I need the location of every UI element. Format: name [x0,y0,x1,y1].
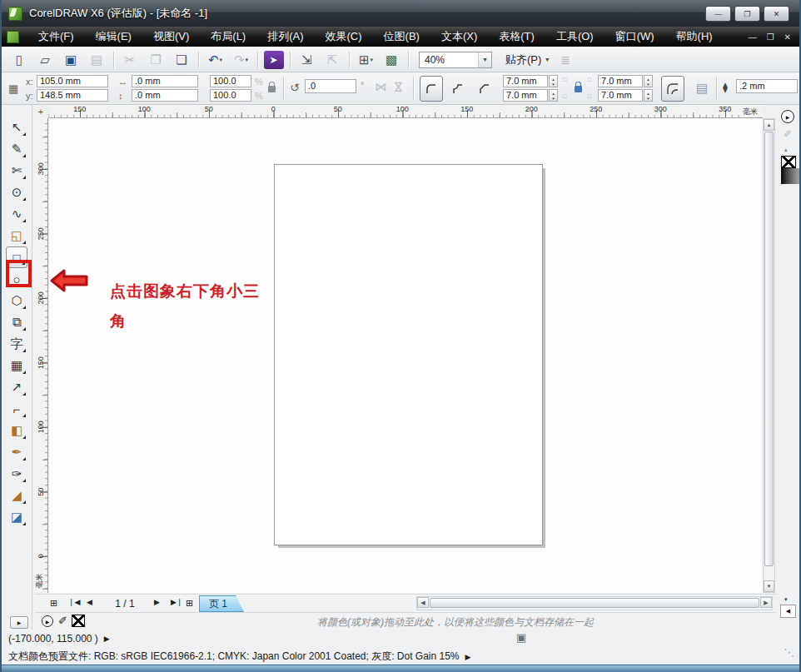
corner-radius-br-field[interactable]: 7.0 mm [598,89,643,102]
last-page-button[interactable]: ▶❘ [171,598,182,606]
new-document-button[interactable]: ▯ [7,50,32,70]
scroll-right-icon[interactable]: ▶ [760,597,772,608]
print-button[interactable]: ▤ [84,50,110,70]
corner-lock-icon[interactable] [575,86,582,92]
object-width-field[interactable]: .0 mm [132,75,198,87]
open-button[interactable]: ▱ [32,50,58,70]
vertical-scrollbar[interactable]: ▴ ▾ [763,118,775,593]
dimension-tool[interactable]: ↗ [6,376,27,398]
cut-button[interactable]: ✂ [117,50,143,70]
status-object-icon[interactable]: ▣ [516,631,526,644]
chamfered-corner-button[interactable] [473,76,496,102]
zoom-tool[interactable]: ⊙ [6,182,27,203]
menu-tools[interactable]: 工具(O) [545,27,604,47]
toolbar-button[interactable] [254,50,261,70]
scale-x-field[interactable]: 100.0 [210,75,251,87]
scale-lock-icon[interactable] [268,86,276,92]
horizontal-scrollbar[interactable]: ◀ ▶ [416,596,773,610]
spinner-control[interactable]: ▴▾ [549,89,558,102]
drawing-canvas[interactable] [49,118,763,593]
add-page-button[interactable]: ⊞ [50,598,57,609]
shape-tool[interactable]: ✎ [6,138,27,160]
pick-tool[interactable]: ↖ [6,117,27,138]
redo-button[interactable]: ↷▾ [228,50,254,70]
application-launcher-button[interactable]: ⊞▾ [353,50,379,70]
toolbar-button[interactable] [346,50,353,70]
toolbar-button[interactable] [110,50,117,70]
menu-effects[interactable]: 效果(C) [315,27,373,47]
scroll-left-icon[interactable]: ◀ [417,597,429,608]
menu-bitmaps[interactable]: 位图(B) [373,27,430,47]
scale-y-field[interactable]: 100.0 [210,89,251,102]
horizontal-scrollbar-thumb[interactable] [430,598,759,608]
toolbox-flyout-button[interactable]: ▶ [10,616,28,629]
palette-scroll-up-icon[interactable]: ▴ [784,147,788,153]
paste-button[interactable]: ❏ [169,50,195,70]
text-wrap-icon[interactable]: ▤ [696,81,708,96]
search-content-button[interactable]: ➤ [264,51,284,69]
import-button[interactable]: ⇲ [294,50,320,70]
text-tool[interactable]: 字 [6,333,27,355]
toolbar-button[interactable] [195,50,202,70]
menu-help[interactable]: 帮助(H) [665,27,724,47]
expand-arrow-icon[interactable]: ▶ [465,653,471,661]
document-page[interactable] [274,164,543,545]
snap-to-dropdown[interactable]: 贴齐(P) ▾ [505,52,549,67]
spinner-control[interactable]: ▴▾ [644,89,653,102]
next-page-button[interactable]: ▶ [154,598,160,606]
minimize-button[interactable]: — [705,6,731,22]
object-height-field[interactable]: .0 mm [132,89,198,102]
undo-button[interactable]: ↶▾ [202,50,228,70]
palette-eyedropper-icon[interactable]: ✐ [784,128,792,140]
corner-radius-bl-field[interactable]: 7.0 mm [503,89,548,102]
palette-scroll-down-icon[interactable]: ▾ [784,596,788,603]
no-color-swatch[interactable] [781,156,796,168]
palette-flyout-button[interactable]: ▶ [781,110,794,123]
mirror-horizontal-icon[interactable]: ⋈ [375,80,386,93]
page-tab[interactable]: 页 1 [199,595,244,612]
interactive-fill-tool[interactable]: ◪ [6,506,27,528]
scroll-down-icon[interactable]: ▾ [764,580,774,592]
menu-file[interactable]: 文件(F) [27,27,85,47]
vertical-scrollbar-thumb[interactable] [764,132,774,566]
corner-radius-tl-field[interactable]: 7.0 mm [503,75,548,87]
export-button[interactable]: ⇱ [320,50,346,70]
add-page-button[interactable]: ⊞ [186,598,193,609]
document-minimize-button[interactable]: — [749,32,757,42]
resize-grip-icon[interactable]: ⋱ [784,646,794,659]
menu-view[interactable]: 视图(V) [142,27,200,47]
outline-width-field[interactable]: .2 mm [736,79,798,93]
menu-text[interactable]: 文本(X) [430,27,488,47]
toolbar-button[interactable] [405,50,412,70]
freehand-tool[interactable]: ∿ [6,203,27,225]
palette-expand-button[interactable]: ◀ [780,605,796,618]
color-eyedropper-tool[interactable]: ✒ [6,441,27,463]
menu-layout[interactable]: 布局(L) [200,27,256,47]
welcome-screen-button[interactable]: ▩ [379,50,405,70]
expand-arrow-icon[interactable]: ▶ [104,635,110,643]
spinner-control[interactable]: ▴▾ [549,75,558,87]
y-position-field[interactable]: 148.5 mm [37,89,108,102]
menu-window[interactable]: 窗口(W) [604,27,665,47]
menu-arrange[interactable]: 排列(A) [256,27,314,47]
document-close-button[interactable]: ✕ [784,32,791,42]
vertical-ruler[interactable]: 300250200150100500 毫米 [35,118,48,593]
horizontal-ruler[interactable]: 15010050050100150200250300350 毫米 [48,105,763,118]
ruler-origin-icon[interactable]: + [33,105,48,118]
menu-edit[interactable]: 编辑(E) [85,27,142,47]
maximize-button[interactable]: ❐ [734,6,760,22]
first-page-button[interactable]: ❘◀ [68,598,80,606]
scalloped-corner-button[interactable] [446,76,470,102]
round-corner-button[interactable] [420,76,443,102]
x-position-field[interactable]: 105.0 mm [37,75,108,87]
pen-tool[interactable]: ✑ [6,463,27,485]
toolbar-button[interactable] [286,50,294,70]
basic-shapes-tool[interactable]: ⧉ [6,311,27,333]
chevron-down-icon[interactable]: ▾ [478,52,491,67]
document-restore-button[interactable]: ❐ [767,32,774,42]
zoom-level-select[interactable]: 40% ▾ [419,52,492,68]
relative-corner-scaling-button[interactable] [661,76,684,102]
rotation-angle-field[interactable]: .0 [305,79,356,93]
options-icon[interactable]: ≣ [560,53,570,67]
corner-radius-tr-field[interactable]: 7.0 mm [598,75,643,87]
